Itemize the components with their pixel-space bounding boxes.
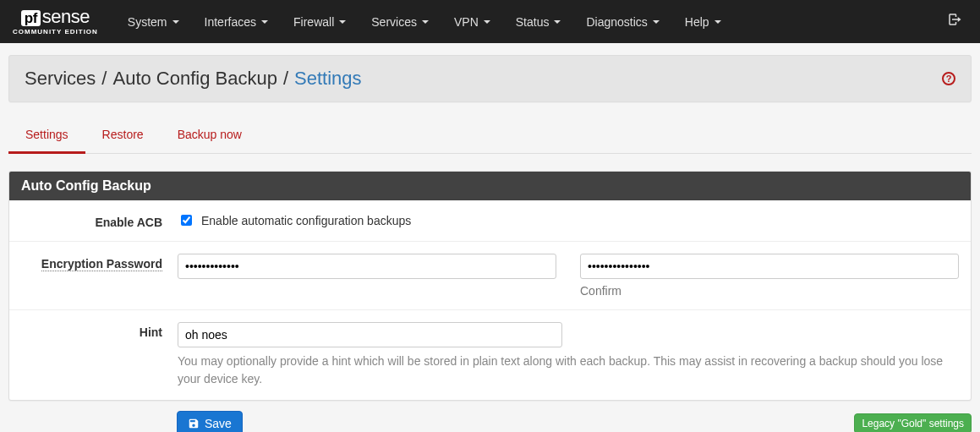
nav-label: Services: [371, 15, 417, 29]
breadcrumb-settings: Settings: [294, 68, 362, 90]
nav-item-system[interactable]: System: [115, 3, 192, 41]
nav-item-vpn[interactable]: VPN: [441, 3, 503, 41]
nav-label: Firewall: [293, 15, 334, 29]
nav-item-status[interactable]: Status: [503, 3, 574, 41]
row-hint: Hint You may optionally provide a hint w…: [9, 309, 971, 400]
row-encryption-password: Encryption Password Confirm: [9, 241, 971, 309]
nav-item-firewall[interactable]: Firewall: [281, 3, 359, 41]
caret-icon: [172, 20, 179, 24]
breadcrumb-services[interactable]: Services: [25, 68, 96, 90]
settings-panel: Auto Config Backup Enable ACB Enable aut…: [8, 171, 972, 401]
save-button-label: Save: [205, 417, 232, 430]
enable-acb-label: Enable ACB: [21, 212, 178, 229]
caret-icon: [554, 20, 561, 24]
tabs: Settings Restore Backup now: [8, 119, 972, 154]
legacy-gold-button[interactable]: Legacy "Gold" settings: [854, 413, 972, 432]
nav-label: VPN: [454, 15, 479, 29]
row-enable-acb: Enable ACB Enable automatic configuratio…: [9, 200, 971, 241]
encryption-password-confirm-input[interactable]: [580, 254, 959, 279]
hint-label: Hint: [21, 322, 178, 388]
top-navbar: pf sense COMMUNITY EDITION System Interf…: [0, 0, 980, 43]
nav-item-interfaces[interactable]: Interfaces: [192, 3, 281, 41]
brand-logo[interactable]: pf sense COMMUNITY EDITION: [13, 8, 98, 36]
caret-icon: [484, 20, 490, 24]
hint-input[interactable]: [178, 322, 562, 347]
confirm-label: Confirm: [580, 284, 959, 298]
caret-icon: [422, 20, 429, 24]
nav-label: Diagnostics: [586, 15, 647, 29]
nav-item-help[interactable]: Help: [672, 3, 734, 41]
page-header: Services / Auto Config Backup / Settings…: [8, 55, 972, 102]
nav-label: System: [128, 15, 167, 29]
nav-item-diagnostics[interactable]: Diagnostics: [573, 3, 671, 41]
tab-backup-now[interactable]: Backup now: [161, 119, 259, 153]
save-button[interactable]: Save: [177, 411, 243, 432]
enable-acb-text: Enable automatic configuration backups: [201, 214, 411, 227]
tab-settings[interactable]: Settings: [8, 119, 85, 154]
nav-menu: System Interfaces Firewall Services VPN …: [115, 3, 942, 41]
brand-edition: COMMUNITY EDITION: [13, 29, 98, 36]
nav-label: Interfaces: [205, 15, 256, 29]
breadcrumb: Services / Auto Config Backup / Settings: [25, 68, 362, 90]
encryption-password-input[interactable]: [178, 254, 556, 279]
brand-sense: sense: [42, 8, 90, 26]
enable-acb-option[interactable]: Enable automatic configuration backups: [178, 212, 959, 228]
save-icon: [188, 418, 200, 429]
caret-icon: [653, 20, 660, 24]
panel-title: Auto Config Backup: [9, 172, 971, 200]
logout-icon[interactable]: [942, 7, 967, 36]
nav-item-services[interactable]: Services: [359, 3, 441, 41]
enable-acb-checkbox[interactable]: [181, 215, 192, 226]
breadcrumb-acb[interactable]: Auto Config Backup: [112, 68, 276, 90]
legacy-gold-label: Legacy "Gold" settings: [862, 418, 964, 429]
caret-icon: [261, 20, 268, 24]
nav-label: Status: [516, 15, 550, 29]
brand-pf: pf: [21, 10, 41, 26]
breadcrumb-sep: /: [101, 68, 107, 90]
tab-restore[interactable]: Restore: [85, 119, 161, 153]
help-icon[interactable]: ?: [942, 72, 955, 85]
hint-help-text: You may optionally provide a hint which …: [178, 353, 959, 388]
nav-label: Help: [685, 15, 709, 29]
breadcrumb-sep: /: [283, 68, 288, 90]
caret-icon: [714, 20, 721, 24]
caret-icon: [339, 20, 346, 24]
encryption-password-label: Encryption Password: [41, 257, 162, 271]
button-row: Save Legacy "Gold" settings: [8, 411, 972, 432]
